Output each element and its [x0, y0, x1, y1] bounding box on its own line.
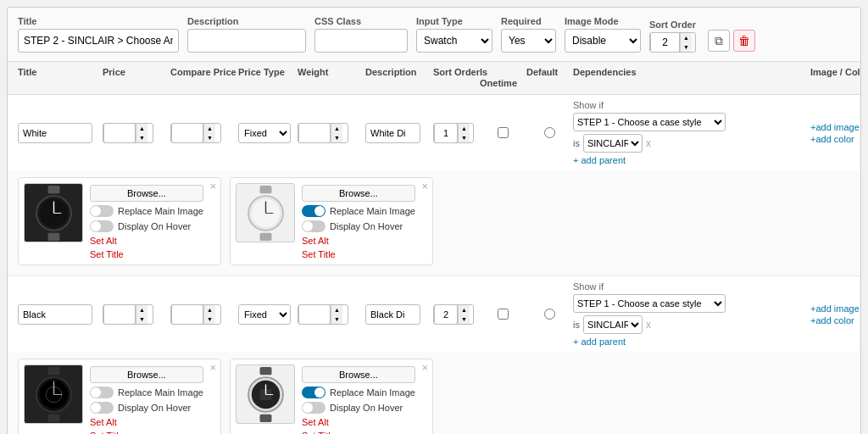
black-compare-down[interactable]: ▼ — [204, 314, 215, 324]
white-panel1-browse[interactable]: Browse... — [90, 185, 203, 202]
black-panel2-set-alt[interactable]: Set Alt — [302, 417, 415, 427]
white-dep-val-select[interactable]: SINCLAIR — [583, 134, 643, 153]
image-mode-select[interactable]: Disable Enable — [565, 29, 641, 53]
black-add-color[interactable]: +add color — [810, 315, 860, 326]
black-panel2-replace-toggle[interactable] — [302, 387, 326, 398]
sort-order-input[interactable] — [650, 32, 680, 53]
css-class-input[interactable] — [314, 29, 408, 53]
description-input[interactable] — [187, 29, 306, 53]
white-image-panels: × Browse... — [8, 170, 860, 275]
black-panel1-hover-toggle[interactable] — [90, 402, 114, 414]
black-panel2-set-title[interactable]: Set Title — [302, 431, 415, 434]
watch-svg-white — [242, 186, 289, 241]
white-add-image[interactable]: +add image — [810, 122, 860, 132]
black-price-up[interactable]: ▲ — [136, 305, 147, 314]
white-panel2-close[interactable]: × — [421, 181, 428, 192]
white-panel1-hover-toggle[interactable] — [90, 220, 114, 232]
table-header: Title Price Compare Price Price Type Wei… — [8, 62, 860, 95]
white-panel2-set-title[interactable]: Set Title — [302, 249, 415, 259]
white-add-parent[interactable]: + add parent — [573, 155, 726, 165]
copy-button[interactable]: ⧉ — [708, 30, 730, 52]
white-price-input[interactable] — [103, 123, 136, 143]
black-panel1-set-alt[interactable]: Set Alt — [90, 417, 203, 427]
black-pricetype-select[interactable]: Fixed Percent — [238, 304, 291, 325]
sort-order-down[interactable]: ▼ — [681, 42, 692, 52]
sort-order-label: Sort Order — [649, 19, 696, 30]
required-select[interactable]: Yes No — [501, 29, 556, 53]
white-panel2-set-alt[interactable]: Set Alt — [302, 236, 415, 246]
watch-svg-black-white — [242, 367, 289, 422]
white-pricetype-select[interactable]: Fixed Percent — [238, 123, 291, 143]
black-sortorder-input[interactable] — [434, 304, 458, 325]
black-isonetime-checkbox[interactable] — [498, 309, 509, 320]
title-input[interactable] — [18, 29, 179, 53]
black-default-radio[interactable] — [544, 309, 555, 320]
white-panel1-close[interactable]: × — [209, 181, 216, 192]
svg-rect-6 — [259, 186, 271, 193]
white-desc-input[interactable] — [365, 123, 420, 143]
cell-black-desc — [365, 304, 433, 325]
black-add-parent[interactable]: + add parent — [573, 337, 726, 347]
white-price-up[interactable]: ▲ — [136, 124, 147, 133]
white-weight-up[interactable]: ▲ — [331, 124, 342, 133]
white-isonetime-checkbox[interactable] — [498, 127, 509, 138]
title-label: Title — [18, 16, 179, 26]
black-dep-x[interactable]: x — [646, 319, 651, 331]
white-compare-input[interactable] — [171, 123, 203, 143]
white-default-radio[interactable] — [544, 127, 555, 138]
white-price-down[interactable]: ▼ — [136, 133, 147, 142]
black-panel2-browse[interactable]: Browse... — [302, 366, 415, 383]
black-title-input[interactable] — [18, 304, 92, 325]
black-price-input[interactable] — [103, 304, 136, 325]
cell-black-imagecolor: +add image +add color ⧉ 🗑 — [810, 295, 861, 334]
black-sortorder-up[interactable]: ▲ — [459, 305, 470, 314]
black-compare-input[interactable] — [171, 304, 203, 325]
col-imagecolor: Image / Color — [810, 67, 861, 89]
input-type-select[interactable]: Swatch Dropdown Radio Checkbox Text — [416, 29, 492, 53]
image-mode-label: Image Mode — [565, 16, 641, 26]
white-weight-down[interactable]: ▼ — [331, 133, 342, 142]
white-sortorder-up[interactable]: ▲ — [459, 124, 470, 133]
black-sortorder-down[interactable]: ▼ — [459, 314, 470, 324]
black-dep-val-select[interactable]: SINCLAIR — [583, 315, 643, 334]
black-price-down[interactable]: ▼ — [136, 314, 147, 324]
black-weight-up[interactable]: ▲ — [331, 305, 342, 314]
black-compare-up[interactable]: ▲ — [204, 305, 215, 314]
black-panel1-thumb — [24, 364, 83, 424]
white-panel1-set-title[interactable]: Set Title — [90, 249, 203, 259]
white-panel1-set-alt[interactable]: Set Alt — [90, 236, 203, 246]
cell-white-sortorder: ▲ ▼ — [433, 123, 480, 143]
white-compare-up[interactable]: ▲ — [204, 124, 215, 133]
black-dep-step-select[interactable]: STEP 1 - Choose a case style — [573, 294, 726, 313]
sort-order-field-group: Sort Order ▲ ▼ — [649, 19, 696, 53]
white-dep-x[interactable]: x — [646, 137, 651, 149]
black-weight-down[interactable]: ▼ — [331, 314, 342, 324]
white-weight-input[interactable] — [298, 123, 331, 143]
black-panel2-hover-row: Display On Hover — [302, 402, 415, 414]
white-compare-down[interactable]: ▼ — [204, 133, 215, 142]
delete-button[interactable]: 🗑 — [733, 30, 755, 52]
black-panel1-set-title[interactable]: Set Title — [90, 431, 203, 434]
white-panel2-hover-toggle[interactable] — [302, 220, 326, 232]
black-panel1-replace-toggle[interactable] — [90, 387, 114, 398]
white-add-color[interactable]: +add color — [810, 134, 860, 144]
black-desc-input[interactable] — [365, 304, 420, 325]
white-sortorder-down[interactable]: ▼ — [459, 133, 470, 142]
white-panel2-browse[interactable]: Browse... — [302, 185, 415, 202]
white-dep-step-select[interactable]: STEP 1 - Choose a case style — [573, 113, 726, 131]
black-weight-input[interactable] — [298, 304, 331, 325]
white-sortorder-input[interactable] — [434, 123, 458, 143]
svg-rect-0 — [47, 186, 59, 193]
black-panel2-hover-toggle[interactable] — [302, 402, 326, 414]
sort-order-up[interactable]: ▲ — [681, 33, 692, 42]
black-panel1-browse[interactable]: Browse... — [90, 366, 203, 383]
black-panel2-close[interactable]: × — [421, 362, 428, 373]
col-description: Description — [365, 67, 433, 89]
white-dep-is-label: is — [573, 138, 580, 148]
white-panel1-replace-toggle[interactable] — [90, 205, 114, 217]
white-title-input[interactable] — [18, 123, 92, 143]
white-panel2-replace-toggle[interactable] — [302, 205, 326, 217]
black-img-panel-1: × Browse... — [18, 359, 221, 434]
black-panel1-close[interactable]: × — [209, 362, 216, 373]
black-add-image[interactable]: +add image — [810, 303, 860, 314]
